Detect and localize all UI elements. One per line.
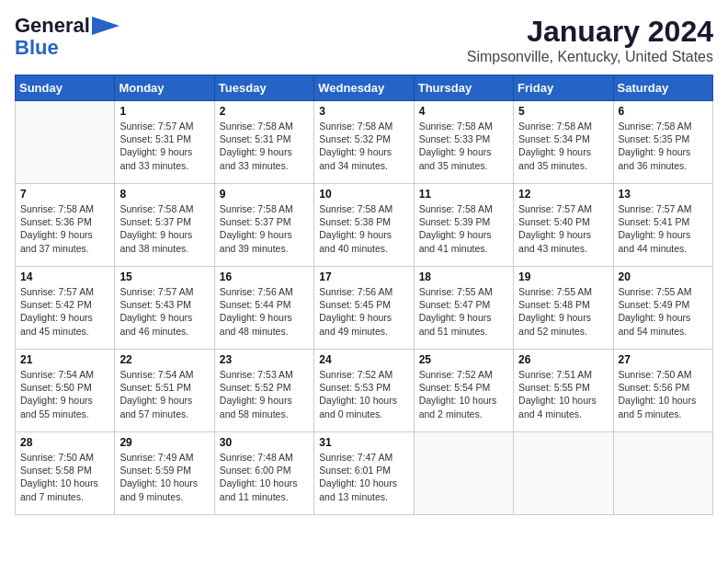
day-info: Sunrise: 7:58 AMSunset: 5:33 PMDaylight:… [419,120,508,172]
day-info: Sunrise: 7:55 AMSunset: 5:49 PMDaylight:… [619,285,708,338]
day-info: Sunrise: 7:47 AMSunset: 6:01 PMDaylight:… [319,451,408,503]
calendar-cell: 21Sunrise: 7:54 AMSunset: 5:50 PMDayligh… [16,350,115,432]
day-number: 23 [220,353,309,366]
day-number: 14 [20,270,109,283]
day-number: 15 [119,270,209,283]
calendar-cell: 26Sunrise: 7:51 AMSunset: 5:55 PMDayligh… [514,350,613,432]
month-title: January 2024 [467,15,713,49]
calendar-cell: 13Sunrise: 7:57 AMSunset: 5:41 PMDayligh… [613,184,712,267]
calendar-cell: 25Sunrise: 7:52 AMSunset: 5:54 PMDayligh… [414,350,513,432]
day-info: Sunrise: 7:58 AMSunset: 5:32 PMDaylight:… [319,120,408,172]
day-info: Sunrise: 7:58 AMSunset: 5:37 PMDaylight:… [119,202,209,255]
calendar-cell: 4Sunrise: 7:58 AMSunset: 5:33 PMDaylight… [414,101,513,184]
calendar-cell: 6Sunrise: 7:58 AMSunset: 5:35 PMDaylight… [613,101,712,184]
calendar-cell: 29Sunrise: 7:49 AMSunset: 5:59 PMDayligh… [115,432,214,515]
day-info: Sunrise: 7:52 AMSunset: 5:54 PMDaylight:… [419,368,508,420]
logo-text: General [15,15,90,37]
calendar-cell: 11Sunrise: 7:58 AMSunset: 5:39 PMDayligh… [414,184,513,267]
weekday-header-thursday: Thursday [414,75,513,101]
weekday-header-saturday: Saturday [613,75,712,101]
day-info: Sunrise: 7:55 AMSunset: 5:48 PMDaylight:… [518,285,608,338]
day-number: 13 [619,188,708,201]
day-info: Sunrise: 7:54 AMSunset: 5:50 PMDaylight:… [20,368,109,420]
day-number: 5 [518,105,608,118]
title-area: January 2024 Simpsonville, Kentucky, Uni… [467,15,713,65]
day-info: Sunrise: 7:58 AMSunset: 5:31 PMDaylight:… [220,120,309,172]
day-info: Sunrise: 7:58 AMSunset: 5:37 PMDaylight:… [220,202,309,255]
calendar-cell: 2Sunrise: 7:58 AMSunset: 5:31 PMDaylight… [214,101,313,184]
calendar-cell: 22Sunrise: 7:54 AMSunset: 5:51 PMDayligh… [115,350,214,432]
calendar-cell: 12Sunrise: 7:57 AMSunset: 5:40 PMDayligh… [514,184,613,267]
logo: General Blue [15,15,119,59]
weekday-header-wednesday: Wednesday [314,75,414,101]
calendar-week-4: 21Sunrise: 7:54 AMSunset: 5:50 PMDayligh… [16,350,713,432]
day-number: 22 [119,353,209,366]
calendar-cell: 20Sunrise: 7:55 AMSunset: 5:49 PMDayligh… [613,267,712,350]
page-header: General Blue January 2024 Simpsonville, … [15,15,713,65]
calendar-cell [514,432,613,515]
day-number: 2 [220,105,309,118]
calendar-cell: 9Sunrise: 7:58 AMSunset: 5:37 PMDaylight… [214,184,313,267]
calendar-table: SundayMondayTuesdayWednesdayThursdayFrid… [15,75,713,515]
logo-blue-text: Blue [15,37,59,59]
calendar-week-3: 14Sunrise: 7:57 AMSunset: 5:42 PMDayligh… [16,267,713,350]
day-info: Sunrise: 7:51 AMSunset: 5:55 PMDaylight:… [518,368,608,420]
logo-arrow-icon [92,17,119,35]
calendar-cell: 8Sunrise: 7:58 AMSunset: 5:37 PMDaylight… [115,184,214,267]
day-number: 19 [518,270,608,283]
day-info: Sunrise: 7:56 AMSunset: 5:45 PMDaylight:… [319,285,408,338]
day-number: 1 [119,105,209,118]
day-info: Sunrise: 7:48 AMSunset: 6:00 PMDaylight:… [220,451,309,503]
day-number: 24 [319,353,408,366]
location-title: Simpsonville, Kentucky, United States [467,49,713,65]
day-number: 9 [220,188,309,201]
day-info: Sunrise: 7:54 AMSunset: 5:51 PMDaylight:… [119,368,209,420]
calendar-cell: 16Sunrise: 7:56 AMSunset: 5:44 PMDayligh… [214,267,313,350]
day-number: 8 [119,188,209,201]
day-number: 3 [319,105,408,118]
calendar-week-1: 1Sunrise: 7:57 AMSunset: 5:31 PMDaylight… [16,101,713,184]
calendar-cell: 19Sunrise: 7:55 AMSunset: 5:48 PMDayligh… [514,267,613,350]
day-info: Sunrise: 7:50 AMSunset: 5:58 PMDaylight:… [20,451,109,503]
calendar-cell: 15Sunrise: 7:57 AMSunset: 5:43 PMDayligh… [115,267,214,350]
day-number: 26 [518,353,608,366]
day-number: 28 [20,436,109,449]
day-info: Sunrise: 7:57 AMSunset: 5:31 PMDaylight:… [119,120,209,172]
calendar-cell [16,101,115,184]
weekday-header-monday: Monday [115,75,214,101]
calendar-cell: 14Sunrise: 7:57 AMSunset: 5:42 PMDayligh… [16,267,115,350]
calendar-cell [414,432,513,515]
calendar-cell: 5Sunrise: 7:58 AMSunset: 5:34 PMDaylight… [514,101,613,184]
day-info: Sunrise: 7:58 AMSunset: 5:34 PMDaylight:… [518,120,608,172]
calendar-cell: 17Sunrise: 7:56 AMSunset: 5:45 PMDayligh… [314,267,414,350]
calendar-cell: 1Sunrise: 7:57 AMSunset: 5:31 PMDaylight… [115,101,214,184]
weekday-header-friday: Friday [514,75,613,101]
day-info: Sunrise: 7:58 AMSunset: 5:35 PMDaylight:… [619,120,708,172]
day-number: 18 [419,270,508,283]
day-info: Sunrise: 7:49 AMSunset: 5:59 PMDaylight:… [119,451,209,503]
day-number: 17 [319,270,408,283]
weekday-header-sunday: Sunday [16,75,115,101]
day-number: 25 [419,353,508,366]
day-number: 6 [619,105,708,118]
weekday-header-tuesday: Tuesday [214,75,313,101]
calendar-cell: 23Sunrise: 7:53 AMSunset: 5:52 PMDayligh… [214,350,313,432]
day-info: Sunrise: 7:57 AMSunset: 5:40 PMDaylight:… [518,202,608,255]
calendar-cell: 27Sunrise: 7:50 AMSunset: 5:56 PMDayligh… [613,350,712,432]
day-number: 7 [20,188,109,201]
day-number: 30 [220,436,309,449]
day-info: Sunrise: 7:53 AMSunset: 5:52 PMDaylight:… [220,368,309,420]
day-info: Sunrise: 7:57 AMSunset: 5:41 PMDaylight:… [619,202,708,255]
day-info: Sunrise: 7:52 AMSunset: 5:53 PMDaylight:… [319,368,408,420]
day-number: 31 [319,436,408,449]
calendar-header-row: SundayMondayTuesdayWednesdayThursdayFrid… [16,75,713,101]
day-number: 11 [419,188,508,201]
svg-marker-0 [92,17,119,35]
calendar-body: 1Sunrise: 7:57 AMSunset: 5:31 PMDaylight… [16,101,713,515]
calendar-week-2: 7Sunrise: 7:58 AMSunset: 5:36 PMDaylight… [16,184,713,267]
day-info: Sunrise: 7:56 AMSunset: 5:44 PMDaylight:… [220,285,309,338]
day-number: 27 [619,353,708,366]
calendar-cell: 18Sunrise: 7:55 AMSunset: 5:47 PMDayligh… [414,267,513,350]
day-number: 12 [518,188,608,201]
calendar-cell: 7Sunrise: 7:58 AMSunset: 5:36 PMDaylight… [16,184,115,267]
